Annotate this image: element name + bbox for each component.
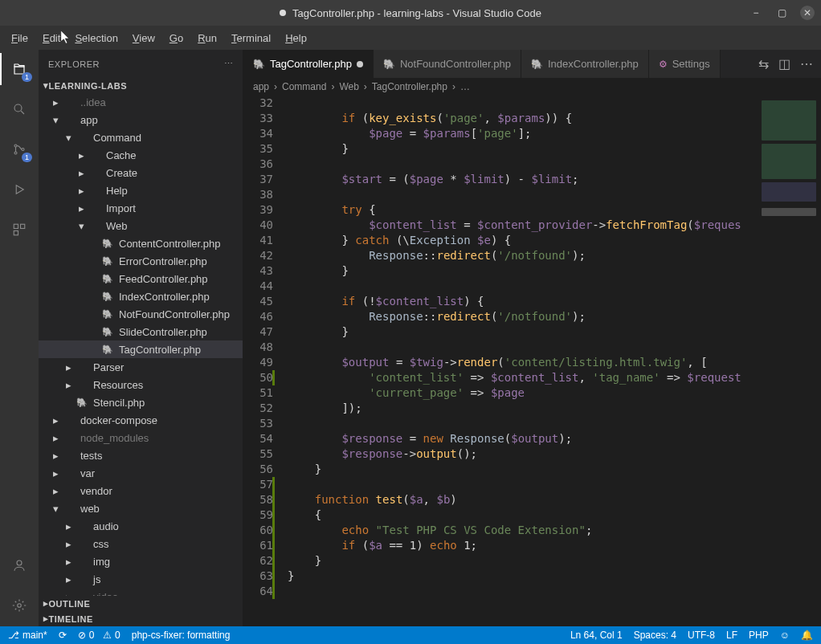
- menu-file[interactable]: File: [5, 29, 35, 47]
- folder-item[interactable]: ▸js: [39, 570, 243, 588]
- settings-gear-icon[interactable]: [8, 594, 31, 617]
- breadcrumb-item[interactable]: …: [460, 81, 470, 92]
- breadcrumbs[interactable]: app › Command › Web › TagController.php …: [243, 78, 821, 96]
- status-bar: ⎇ main* ⟳ ⊘ 0 ⚠ 0 php-cs-fixer: formatti…: [0, 626, 821, 644]
- file-item[interactable]: 🐘Stencil.php: [39, 393, 243, 411]
- file-item[interactable]: 🐘NotFoundController.php: [39, 305, 243, 323]
- tab-settings[interactable]: ⚙Settings: [649, 50, 721, 78]
- tree-label: docker-compose: [80, 414, 157, 426]
- menu-run[interactable]: Run: [191, 29, 223, 47]
- tree-label: img: [93, 556, 110, 568]
- tab-label: IndexController.php: [548, 58, 639, 70]
- tree-label: Command: [93, 132, 141, 144]
- menu-view[interactable]: View: [126, 29, 161, 47]
- compare-icon[interactable]: ⇆: [758, 56, 769, 71]
- breadcrumb-item[interactable]: TagController.php: [372, 81, 447, 92]
- sidebar-more-icon[interactable]: ⋯: [224, 59, 234, 69]
- folder-item[interactable]: ▾web: [39, 499, 243, 517]
- maximize-button[interactable]: ▢: [774, 6, 789, 20]
- folder-item[interactable]: ▸video: [39, 588, 243, 596]
- folder-item[interactable]: ▸Create: [39, 164, 243, 181]
- outline-header[interactable]: ▸OUTLINE: [39, 596, 243, 611]
- svg-point-7: [17, 560, 22, 565]
- folder-item[interactable]: ▸node_modules: [39, 429, 243, 446]
- menu-terminal[interactable]: Terminal: [225, 29, 277, 47]
- split-editor-icon[interactable]: ◫: [778, 56, 790, 71]
- menu-help[interactable]: Help: [279, 29, 313, 47]
- file-item[interactable]: 🐘IndexController.php: [39, 287, 243, 305]
- indent-setting[interactable]: Spaces: 4: [634, 630, 676, 641]
- folder-item[interactable]: ▸Parser: [39, 358, 243, 376]
- tab-notfoundcontroller-php[interactable]: 🐘NotFoundController.php: [374, 50, 521, 78]
- modified-indicator: [357, 61, 363, 67]
- folder-item[interactable]: ▸..idea: [39, 93, 243, 111]
- extensions-icon[interactable]: [8, 218, 31, 241]
- encoding[interactable]: UTF-8: [688, 630, 715, 641]
- folder-icon: [88, 166, 101, 179]
- code-editor[interactable]: 3233343536373839404142434445464748495051…: [243, 96, 821, 626]
- chevron-icon: ▾: [63, 132, 74, 143]
- folder-item[interactable]: ▸docker-compose: [39, 411, 243, 429]
- folder-item[interactable]: ▸vendor: [39, 482, 243, 499]
- file-item[interactable]: 🐘FeedController.php: [39, 270, 243, 287]
- timeline-header[interactable]: ▸TIMELINE: [39, 611, 243, 626]
- folder-item[interactable]: ▸tests: [39, 446, 243, 464]
- close-button[interactable]: ✕: [800, 6, 815, 20]
- folder-item[interactable]: ▾Web: [39, 217, 243, 234]
- tab-tagcontroller-php[interactable]: 🐘TagController.php: [243, 50, 374, 78]
- php-file-icon: 🐘: [76, 396, 88, 409]
- cursor-position[interactable]: Ln 64, Col 1: [570, 630, 623, 641]
- folder-item[interactable]: ▾app: [39, 111, 243, 128]
- folder-icon: [76, 131, 88, 144]
- notifications-icon[interactable]: 🔔: [801, 630, 813, 641]
- chevron-icon: ▸: [50, 485, 61, 496]
- code-content[interactable]: if (key_exists('page', $params)) { $page…: [288, 96, 757, 626]
- file-item[interactable]: 🐘ErrorController.php: [39, 252, 243, 270]
- run-debug-icon[interactable]: [8, 178, 31, 201]
- menu-go[interactable]: Go: [163, 29, 190, 47]
- folder-item[interactable]: ▸img: [39, 552, 243, 570]
- minimize-button[interactable]: −: [749, 6, 763, 20]
- feedback-icon[interactable]: ☺: [780, 630, 790, 641]
- accounts-icon[interactable]: [8, 554, 31, 577]
- tab-indexcontroller-php[interactable]: 🐘IndexController.php: [521, 50, 649, 78]
- menu-edit[interactable]: Edit: [36, 29, 67, 47]
- tree-label: Cache: [106, 149, 137, 161]
- editor-area: 🐘TagController.php🐘NotFoundController.ph…: [243, 50, 821, 626]
- folder-item[interactable]: ▸Cache: [39, 146, 243, 164]
- php-file-icon: 🐘: [101, 290, 114, 303]
- more-actions-icon[interactable]: ⋯: [800, 56, 813, 71]
- folder-item[interactable]: ▸var: [39, 464, 243, 482]
- breadcrumb-item[interactable]: app: [253, 81, 269, 92]
- tree-label: audio: [93, 520, 119, 532]
- breadcrumb-item[interactable]: Command: [282, 81, 326, 92]
- formatter-status[interactable]: php-cs-fixer: formatting: [132, 630, 231, 641]
- breadcrumb-item[interactable]: Web: [339, 81, 358, 92]
- folder-icon: [63, 113, 76, 126]
- folder-item[interactable]: ▸Import: [39, 199, 243, 217]
- menu-selection[interactable]: Selection: [68, 29, 124, 47]
- search-icon[interactable]: [8, 98, 31, 120]
- folder-item[interactable]: ▸Help: [39, 181, 243, 199]
- folder-item[interactable]: ▸Resources: [39, 376, 243, 393]
- folder-header[interactable]: ▾ LEARNING-LABS: [39, 78, 243, 93]
- minimap[interactable]: [757, 96, 821, 626]
- file-item[interactable]: 🐘TagController.php: [39, 340, 243, 358]
- explorer-icon[interactable]: 1: [8, 58, 31, 80]
- language-mode[interactable]: PHP: [749, 630, 769, 641]
- folder-item[interactable]: ▸audio: [39, 517, 243, 535]
- problems[interactable]: ⊘ 0 ⚠ 0: [78, 630, 120, 641]
- file-item[interactable]: 🐘SlideController.php: [39, 323, 243, 340]
- source-control-icon[interactable]: 1: [8, 138, 31, 161]
- folder-item[interactable]: ▸css: [39, 535, 243, 552]
- eol[interactable]: LF: [726, 630, 737, 641]
- tree-label: app: [80, 114, 98, 126]
- folder-icon: [63, 96, 76, 108]
- php-file-icon: 🐘: [253, 59, 265, 70]
- folder-item[interactable]: ▾Command: [39, 128, 243, 146]
- folder-icon: [76, 555, 88, 568]
- sync-icon[interactable]: ⟳: [59, 630, 67, 641]
- git-branch[interactable]: ⎇ main*: [8, 630, 47, 641]
- file-item[interactable]: 🐘ContentController.php: [39, 234, 243, 252]
- folder-icon: [88, 202, 101, 214]
